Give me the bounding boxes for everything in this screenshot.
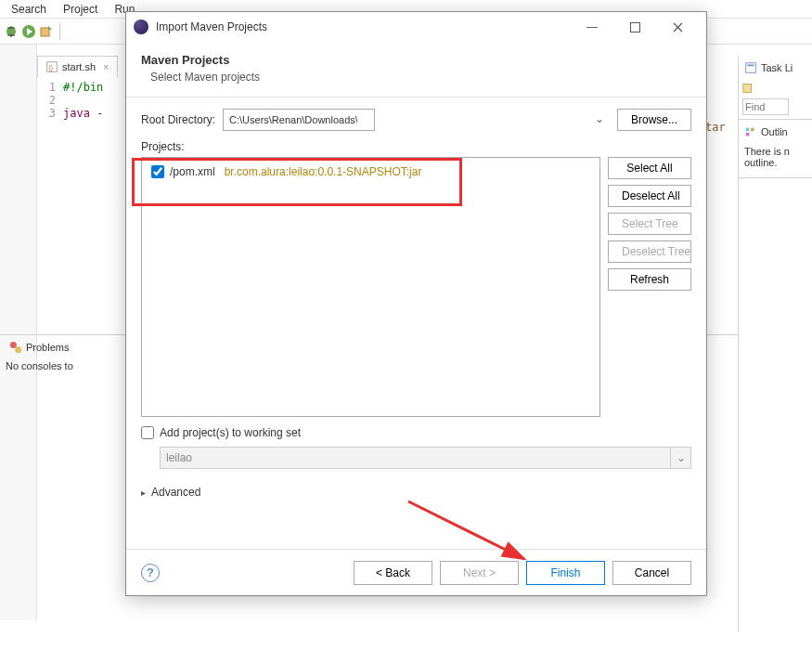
- working-set-combo: ⌄: [160, 447, 691, 469]
- code-fragment: tar: [705, 121, 726, 134]
- next-button: Next >: [440, 561, 519, 585]
- minimize-button[interactable]: —: [571, 13, 613, 41]
- close-icon[interactable]: ×: [103, 61, 109, 72]
- run-external-icon[interactable]: [39, 24, 54, 39]
- add-to-workingset-checkbox[interactable]: [141, 426, 154, 439]
- import-maven-dialog: Import Maven Projects — Maven Projects S…: [125, 11, 707, 596]
- run-icon[interactable]: [21, 24, 36, 39]
- svg-rect-5: [746, 63, 756, 73]
- back-button[interactable]: < Back: [354, 561, 432, 585]
- new-task-icon[interactable]: [742, 82, 755, 95]
- working-set-row[interactable]: Add project(s) to working set: [141, 426, 691, 439]
- deselect-all-button[interactable]: Deselect All: [608, 185, 691, 207]
- menu-project[interactable]: Project: [56, 1, 105, 18]
- code-line: #!/bin: [63, 81, 103, 94]
- outline-icon: [744, 125, 757, 138]
- dialog-header: Maven Projects Select Maven projects: [126, 42, 706, 98]
- svg-rect-8: [746, 128, 750, 132]
- task-list-panel[interactable]: Task Li: [739, 56, 812, 120]
- projects-list[interactable]: /pom.xml br.com.alura:leilao:0.0.1-SNAPS…: [141, 157, 600, 417]
- dialog-heading: Maven Projects: [141, 53, 691, 67]
- shell-file-icon: {}: [45, 60, 58, 73]
- problems-icon: [9, 341, 22, 354]
- svg-rect-2: [41, 28, 49, 36]
- select-all-button[interactable]: Select All: [608, 157, 691, 179]
- outline-msg: There is n: [744, 146, 806, 157]
- project-artifact: br.com.alura:leilao:0.0.1-SNAPSHOT:jar: [225, 165, 422, 178]
- project-checkbox[interactable]: [151, 165, 164, 178]
- maximize-button[interactable]: [613, 13, 656, 41]
- code-line: java -: [63, 107, 103, 120]
- svg-rect-10: [746, 133, 750, 136]
- root-directory-input[interactable]: [223, 109, 375, 131]
- debug-icon[interactable]: [4, 24, 19, 39]
- advanced-label: Advanced: [151, 486, 200, 499]
- help-icon[interactable]: ?: [141, 564, 160, 582]
- deselect-tree-button: Deselect Tree: [608, 240, 691, 263]
- dialog-title: Import Maven Projects: [156, 20, 571, 33]
- dialog-subheading: Select Maven projects: [150, 71, 691, 84]
- close-button[interactable]: [656, 13, 699, 41]
- find-input[interactable]: [742, 98, 789, 115]
- project-path: /pom.xml: [170, 165, 215, 178]
- svg-rect-13: [630, 22, 639, 32]
- outline-msg: outline.: [744, 157, 806, 168]
- left-gutter: [0, 45, 37, 620]
- menu-search[interactable]: Search: [4, 1, 54, 18]
- problems-label: Problems: [26, 342, 69, 353]
- dialog-titlebar[interactable]: Import Maven Projects —: [126, 12, 706, 42]
- working-set-input: [160, 447, 671, 469]
- svg-rect-9: [751, 128, 754, 132]
- projects-label: Projects:: [141, 140, 691, 153]
- advanced-toggle[interactable]: ▸ Advanced: [141, 486, 691, 499]
- triangle-right-icon: ▸: [141, 488, 146, 498]
- outline-label: Outlin: [761, 126, 788, 137]
- svg-rect-6: [748, 65, 754, 67]
- task-list-label: Task Li: [761, 62, 793, 73]
- root-directory-label: Root Directory:: [141, 113, 215, 126]
- select-tree-button: Select Tree: [608, 213, 691, 235]
- right-panel-stack: Task Li Outlin There is n outline.: [738, 56, 812, 631]
- svg-point-12: [15, 346, 21, 353]
- svg-text:{}: {}: [49, 64, 54, 72]
- root-directory-combo[interactable]: [223, 109, 610, 131]
- cancel-button[interactable]: Cancel: [612, 561, 691, 585]
- finish-button[interactable]: Finish: [526, 561, 605, 585]
- line-number: 2: [41, 94, 63, 107]
- eclipse-icon: [134, 20, 148, 34]
- line-number: 1: [41, 81, 63, 94]
- editor-tab[interactable]: {} start.sh ×: [37, 56, 118, 77]
- svg-point-11: [10, 342, 17, 348]
- line-number: 3: [41, 107, 63, 120]
- refresh-button[interactable]: Refresh: [608, 268, 691, 291]
- dialog-footer: ? < Back Next > Finish Cancel: [126, 549, 706, 595]
- project-item[interactable]: /pom.xml br.com.alura:leilao:0.0.1-SNAPS…: [148, 163, 594, 180]
- chevron-down-icon: ⌄: [671, 447, 691, 469]
- browse-button[interactable]: Browse...: [617, 109, 691, 131]
- editor-tab-label: start.sh: [62, 61, 96, 72]
- problems-tab[interactable]: Problems: [4, 339, 74, 356]
- svg-rect-7: [743, 84, 752, 93]
- dialog-body: Root Directory: Browse... Projects: /pom…: [126, 98, 706, 549]
- add-to-workingset-label: Add project(s) to working set: [160, 426, 301, 439]
- outline-panel[interactable]: Outlin There is n outline.: [739, 120, 812, 178]
- task-list-icon: [744, 61, 757, 74]
- side-button-column: Select All Deselect All Select Tree Dese…: [608, 157, 691, 417]
